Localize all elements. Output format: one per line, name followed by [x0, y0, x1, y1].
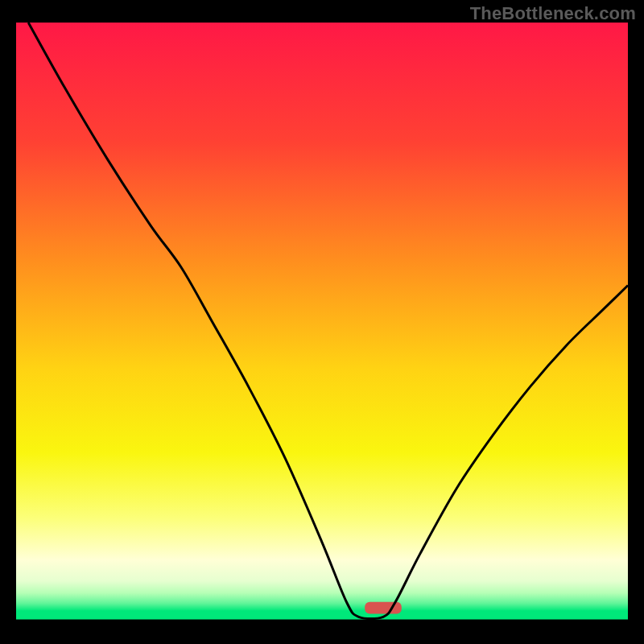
bottleneck-chart [0, 0, 644, 644]
plot-background [16, 23, 628, 620]
chart-frame: TheBottleneck.com [0, 0, 644, 644]
optimal-marker [365, 602, 402, 614]
